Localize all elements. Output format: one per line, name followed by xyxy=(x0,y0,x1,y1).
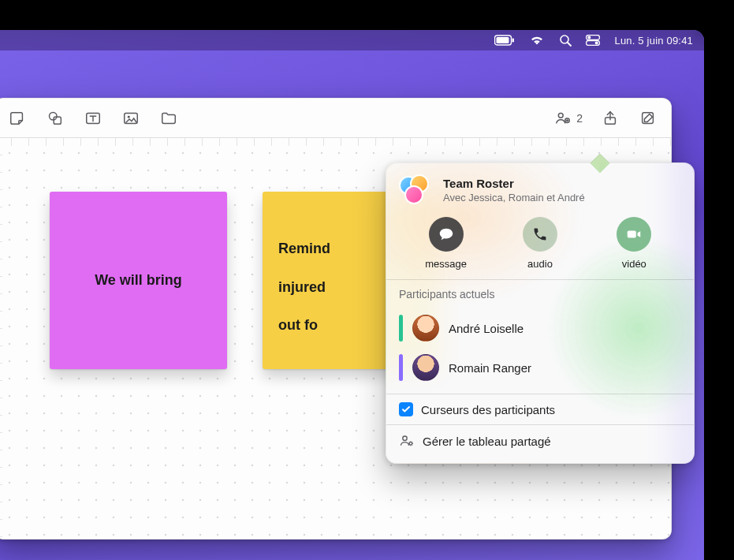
sticky-note[interactable]: We will bring xyxy=(50,192,227,369)
manage-shared-board-button[interactable]: Gérer le tableau partagé xyxy=(386,424,694,457)
ruler-top xyxy=(0,138,671,146)
spotlight-icon[interactable] xyxy=(559,34,572,47)
shapes-icon[interactable] xyxy=(45,108,65,129)
video-label: vidéo xyxy=(622,258,646,270)
media-icon[interactable] xyxy=(121,108,141,129)
participant-cursors-label: Curseurs des participants xyxy=(421,403,555,416)
svg-rect-1 xyxy=(497,37,509,43)
presence-color xyxy=(399,315,403,342)
svg-rect-18 xyxy=(628,230,636,237)
manage-shared-board-label: Gérer le tableau partagé xyxy=(423,435,551,448)
participant-name: André Loiselle xyxy=(449,322,523,335)
svg-line-4 xyxy=(568,43,571,46)
collab-count: 2 xyxy=(576,112,583,125)
svg-rect-2 xyxy=(512,39,515,43)
participant-row[interactable]: Romain Ranger xyxy=(393,348,687,387)
collaborate-button[interactable]: 2 xyxy=(554,110,583,127)
sticky-text: We will bring xyxy=(95,272,182,289)
participants-list: André Loiselle Romain Ranger xyxy=(386,305,694,394)
participant-row[interactable]: André Loiselle xyxy=(393,308,687,348)
svg-point-19 xyxy=(403,436,407,440)
text-box-icon[interactable] xyxy=(83,108,103,129)
checkbox-checked-icon xyxy=(399,402,413,416)
message-button[interactable]: message xyxy=(407,217,486,270)
svg-point-14 xyxy=(559,113,564,118)
sticky-note-icon[interactable] xyxy=(7,108,28,129)
control-center-icon[interactable] xyxy=(586,35,600,46)
compose-icon[interactable] xyxy=(638,108,658,129)
svg-point-8 xyxy=(595,42,598,45)
participant-name: Romain Ranger xyxy=(449,361,531,375)
group-avatar-cluster xyxy=(399,176,434,204)
popover-title: Team Roster xyxy=(443,177,585,190)
svg-point-13 xyxy=(128,115,130,118)
collaboration-popover: Team Roster Avec Jessica, Romain et Andr… xyxy=(386,162,695,464)
svg-rect-10 xyxy=(54,117,61,124)
presence-color xyxy=(399,354,403,381)
menubar-clock[interactable]: Lun. 5 juin 09:41 xyxy=(614,35,693,47)
ruler-left xyxy=(0,138,2,539)
avatar xyxy=(412,315,439,342)
audio-button[interactable]: audio xyxy=(501,217,579,270)
people-gear-icon xyxy=(399,433,415,449)
files-icon[interactable] xyxy=(158,108,179,129)
popover-subtitle: Avec Jessica, Romain et André xyxy=(443,192,585,203)
wifi-icon[interactable] xyxy=(529,35,545,46)
window-toolbar: 2 xyxy=(0,99,671,138)
avatar xyxy=(412,354,439,381)
participants-section-title: Participants actuels xyxy=(386,279,694,305)
macos-menubar: Lun. 5 juin 09:41 xyxy=(0,30,704,50)
battery-icon[interactable] xyxy=(494,35,515,46)
video-button[interactable]: vidéo xyxy=(594,217,673,270)
svg-point-6 xyxy=(588,36,591,39)
svg-point-9 xyxy=(49,112,57,120)
participant-cursors-toggle[interactable]: Curseurs des participants xyxy=(386,394,694,424)
message-label: message xyxy=(425,258,467,270)
sticky-text: Remind injured out fo xyxy=(278,239,330,334)
share-icon[interactable] xyxy=(600,108,620,129)
audio-label: audio xyxy=(527,258,553,270)
